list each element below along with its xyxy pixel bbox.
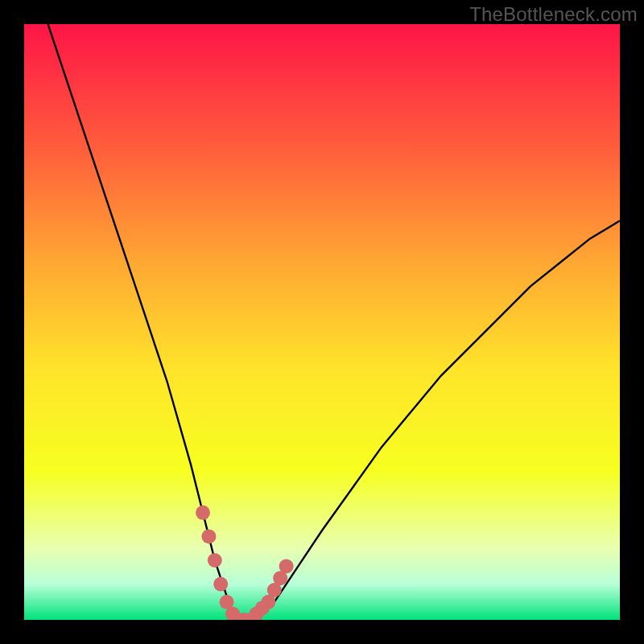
highlight-dot [279, 559, 294, 573]
chart-frame: TheBottleneck.com [0, 0, 644, 644]
highlight-dot [201, 529, 216, 543]
highlight-dot [196, 506, 210, 520]
highlight-dot [213, 577, 228, 592]
bottleneck-plot [24, 24, 620, 620]
highlight-dot [208, 553, 222, 568]
watermark-text: TheBottleneck.com [469, 3, 638, 26]
